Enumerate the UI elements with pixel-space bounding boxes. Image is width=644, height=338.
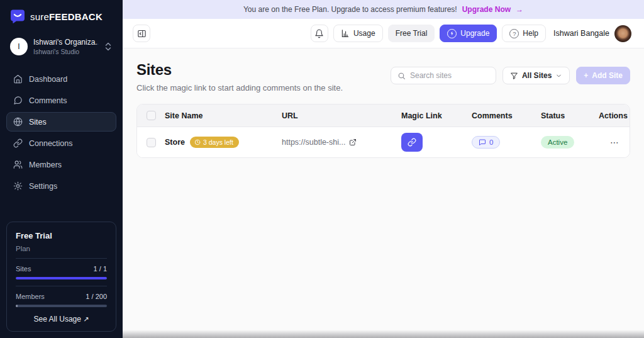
org-texts: Ishwari's Organiza... Ishwari's Studio <box>33 38 98 55</box>
usage-card-plan-label: Plan <box>16 245 107 259</box>
divider <box>16 286 107 286</box>
page-subtitle: Click the magic link to start adding com… <box>136 83 343 93</box>
bell-icon <box>314 29 324 38</box>
comment-icon <box>13 96 23 105</box>
sidebar-toggle-button[interactable] <box>133 25 150 42</box>
progress-fill <box>16 305 18 307</box>
magic-link-button[interactable] <box>401 133 423 152</box>
org-avatar: I <box>10 38 28 55</box>
site-url: https://subtle-shi... <box>282 138 345 147</box>
sidebar-item-members[interactable]: Members <box>6 155 116 174</box>
sidebar-item-settings[interactable]: Settings <box>6 176 116 196</box>
free-trial-badge: Free Trial <box>388 25 435 42</box>
select-all-checkbox[interactable] <box>147 111 156 120</box>
arrow-up-right-icon: ↗ <box>83 315 89 323</box>
boost-icon <box>447 29 457 38</box>
site-name: Store <box>165 138 185 147</box>
status-badge: Active <box>541 136 574 149</box>
comments-count-badge[interactable]: 0 <box>472 136 500 149</box>
search-sites-input[interactable] <box>410 71 489 80</box>
column-header-status: Status <box>541 111 599 120</box>
question-icon: ? <box>509 29 519 38</box>
sidebar-item-sites[interactable]: Sites <box>6 112 116 132</box>
sidebar-item-dashboard[interactable]: Dashboard <box>6 69 116 89</box>
usage-button[interactable]: Usage <box>333 25 383 42</box>
link-icon <box>13 138 23 148</box>
gear-icon <box>13 181 23 191</box>
help-button[interactable]: ? Help <box>502 25 546 42</box>
main-area: You are on the Free Plan. Upgrade to acc… <box>123 0 644 338</box>
users-icon <box>13 160 23 169</box>
column-header-url: URL <box>282 111 401 120</box>
sidebar-item-label: Dashboard <box>29 75 67 84</box>
plus-icon: + <box>584 71 588 80</box>
column-header-actions: Actions <box>599 111 630 120</box>
upgrade-button[interactable]: Upgrade <box>440 25 497 42</box>
comment-bubble-icon <box>479 138 486 146</box>
chevron-down-icon <box>555 72 562 79</box>
page-controls: All Sites + Add Site <box>391 67 630 84</box>
progress-track <box>16 305 107 307</box>
clock-icon <box>194 139 201 145</box>
sidebar-item-connections[interactable]: Connections <box>6 133 116 153</box>
user-avatar[interactable] <box>614 25 631 42</box>
topbar: Usage Free Trial Upgrade ? Help Ishwari … <box>123 19 644 48</box>
actions-cell: ⋯ <box>599 137 630 147</box>
row-actions-menu-button[interactable]: ⋯ <box>610 137 619 147</box>
org-subtitle: Ishwari's Studio <box>33 48 98 55</box>
comments-cell: 0 <box>472 136 541 149</box>
sidebar-item-comments[interactable]: Comments <box>6 91 116 110</box>
external-link-icon[interactable] <box>349 138 357 146</box>
search-sites-box <box>391 67 496 84</box>
usage-metric-value: 1 / 200 <box>86 293 107 300</box>
app-window: sureFEEDBACK I Ishwari's Organiza... Ish… <box>0 0 644 338</box>
sidebar-item-label: Members <box>29 161 62 169</box>
brand-name: sureFEEDBACK <box>30 11 103 22</box>
magic-link-cell <box>401 133 472 152</box>
home-icon <box>13 74 23 84</box>
usage-metric-members: Members 1 / 200 <box>16 293 107 307</box>
arrow-right-icon: → <box>516 5 523 14</box>
site-url-cell: https://subtle-shi... <box>282 138 401 147</box>
topbar-right-group: Usage Free Trial Upgrade ? Help Ishwari … <box>311 25 631 42</box>
column-header-comments: Comments <box>472 111 541 120</box>
see-all-usage-link[interactable]: See All Usage ↗ <box>16 315 107 324</box>
status-cell: Active <box>541 136 599 149</box>
progress-track <box>16 277 107 279</box>
page-header-texts: Sites Click the magic link to start addi… <box>136 61 343 93</box>
table-header-row: Site Name URL Magic Link Comments Status… <box>137 104 630 127</box>
chevron-up-down-icon <box>104 42 113 52</box>
usage-card-title: Free Trial <box>16 231 107 240</box>
sidebar-spacer <box>0 198 123 215</box>
funnel-icon <box>510 72 518 80</box>
column-header-site-name: Site Name <box>165 111 282 120</box>
sidebar-item-label: Settings <box>29 182 57 191</box>
sites-table: Site Name URL Magic Link Comments Status… <box>136 104 630 158</box>
usage-metric-label: Members <box>16 293 45 300</box>
add-site-button[interactable]: + Add Site <box>576 67 630 84</box>
org-switcher[interactable]: I Ishwari's Organiza... Ishwari's Studio <box>0 29 123 64</box>
banner-message: You are on the Free Plan. Upgrade to acc… <box>243 5 457 14</box>
brand-logo: sureFEEDBACK <box>0 0 123 29</box>
usage-metric-label: Sites <box>16 265 31 273</box>
globe-icon <box>13 117 23 127</box>
usage-metric-value: 1 / 1 <box>94 265 107 273</box>
table-row: Store 3 days left https://subtle-shi... <box>137 127 630 157</box>
sidebar-item-label: Comments <box>29 96 67 105</box>
column-header-magic-link: Magic Link <box>401 111 472 120</box>
user-name: Ishwari Bangale <box>553 29 609 38</box>
sidebar-item-label: Sites <box>29 118 47 127</box>
bar-chart-icon <box>341 29 350 38</box>
upgrade-now-link[interactable]: Upgrade Now <box>462 5 511 14</box>
search-icon <box>397 72 406 80</box>
surefeedback-logo-icon <box>10 9 25 24</box>
notifications-button[interactable] <box>311 25 328 42</box>
usage-card: Free Trial Plan Sites 1 / 1 Members 1 / … <box>6 222 116 332</box>
filter-sites-button[interactable]: All Sites <box>502 67 570 84</box>
org-name: Ishwari's Organiza... <box>33 38 98 47</box>
free-plan-banner: You are on the Free Plan. Upgrade to acc… <box>123 0 644 19</box>
sidebar: sureFEEDBACK I Ishwari's Organiza... Ish… <box>0 0 123 338</box>
progress-fill <box>16 277 107 279</box>
panel-collapse-icon <box>137 29 147 38</box>
row-checkbox[interactable] <box>147 138 156 147</box>
